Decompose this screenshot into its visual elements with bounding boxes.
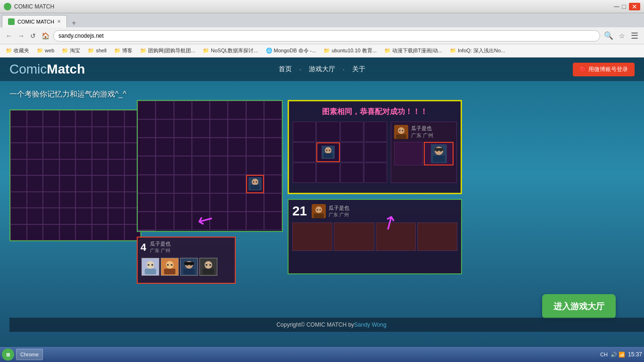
grid-cell[interactable] [264,175,282,193]
grid-cell[interactable] [138,119,156,138]
grid-cell[interactable] [138,138,156,156]
mini-cell[interactable] [364,163,387,183]
grid-cell[interactable] [138,193,156,212]
score-cell[interactable] [334,222,374,251]
grid-cell[interactable] [138,212,156,230]
grid-cell[interactable] [108,110,124,127]
grid-cell[interactable] [156,212,173,230]
grid-cell[interactable] [10,224,27,241]
grid-cell[interactable] [92,192,108,208]
bookmark-mongodb[interactable]: 🌐 MongoDB 命令 -... [264,46,318,55]
game-grid-center[interactable] [137,100,283,232]
grid-cell[interactable] [10,208,27,224]
grid-cell[interactable] [27,127,43,143]
grid-cell[interactable] [264,193,282,212]
grid-cell[interactable] [75,159,92,176]
grid-cell[interactable] [75,143,92,159]
weibo-login-btn[interactable]: 🔴 用微博账号登录 [573,63,635,76]
grid-cell[interactable] [92,110,108,127]
grid-cell[interactable] [228,212,246,230]
grid-cell[interactable] [192,212,210,230]
close-btn[interactable]: ✕ [629,3,640,10]
reload-btn[interactable]: ↺ [28,30,38,41]
bookmark-收藏夹[interactable]: 📁 收藏夹 [4,46,31,55]
grid-cell[interactable] [43,159,59,176]
grid-cell[interactable] [174,212,192,230]
grid-cell[interactable] [10,175,27,192]
grid-cell[interactable] [92,224,108,241]
grid-cell[interactable] [174,193,192,212]
score-cell[interactable] [417,222,457,251]
grid-cell[interactable] [228,101,246,119]
mini-cell[interactable] [293,122,316,142]
grid-cell[interactable] [174,101,192,119]
grid-cell[interactable] [192,175,210,193]
grid-cell[interactable] [27,192,43,208]
grid-cell[interactable] [108,208,124,224]
grid-cell[interactable] [228,156,246,174]
maximize-btn[interactable]: □ [622,3,626,10]
bookmark-shell[interactable]: 📁 shell [86,47,108,55]
grid-cell[interactable] [156,101,173,119]
search-btn[interactable]: 🔍 [602,29,615,42]
grid-cell[interactable] [192,138,210,156]
grid-cell[interactable] [43,110,59,127]
grid-cell[interactable] [27,110,43,127]
mini-cell[interactable] [340,163,363,183]
bookmark-tuangou[interactable]: 📁 团购网|团购导航团... [138,46,197,55]
mini-cell[interactable] [364,122,387,142]
grid-cell[interactable] [264,101,282,119]
grid-cell[interactable] [43,175,59,192]
bookmark-nosql[interactable]: 📁 NoSQL数据库探讨... [201,46,260,55]
minimize-btn[interactable]: ─ [614,2,619,11]
grid-cell[interactable] [246,119,264,138]
grid-cell[interactable] [264,156,282,174]
grid-cell[interactable] [75,192,92,208]
grid-cell[interactable] [246,156,264,174]
nav-hall[interactable]: 游戏大厅 [309,65,335,74]
grid-cell[interactable] [192,101,210,119]
grid-cell[interactable] [92,208,108,224]
grid-cell[interactable] [108,143,124,159]
nav-about[interactable]: 关于 [352,65,365,74]
bookmark-ubuntu[interactable]: 📁 ubuntu10.10 教育... [322,46,378,55]
grid-cell[interactable] [210,119,228,138]
grid-cell[interactable] [156,119,173,138]
active-tab[interactable]: COMIC MATCH ✕ [2,15,67,27]
grid-cell[interactable] [92,175,108,192]
grid-cell[interactable] [210,138,228,156]
grid-cell[interactable] [210,212,228,230]
taskbar-browser[interactable]: Chrome [16,349,43,360]
grid-cell[interactable] [108,159,124,176]
mini-cell[interactable] [340,142,363,163]
grid-cell[interactable] [10,143,27,159]
bookmark-blog[interactable]: 📁 博客 [112,46,134,55]
address-input[interactable] [53,30,600,41]
grid-cell[interactable] [59,110,76,127]
tab-close-icon[interactable]: ✕ [57,19,61,24]
mini-cell[interactable] [364,142,387,163]
game-grid-left[interactable] [9,109,141,241]
grid-cell[interactable] [59,159,76,176]
grid-cell[interactable] [246,101,264,119]
settings-btn[interactable]: ☰ [629,29,640,43]
grid-cell[interactable] [59,175,76,192]
grid-cell[interactable] [43,143,59,159]
score-cell[interactable] [292,222,332,251]
grid-cell[interactable] [59,224,76,241]
nav-home[interactable]: 首页 [279,65,292,74]
grid-cell[interactable] [156,175,173,193]
grid-cell[interactable] [10,159,27,176]
bookmark-anime[interactable]: 📁 动漫下载|BT漫画|动... [382,46,444,55]
grid-cell[interactable] [108,127,124,143]
mini-cell[interactable] [293,142,316,163]
grid-cell[interactable] [138,230,156,231]
grid-cell[interactable] [108,192,124,208]
grid-cell[interactable] [27,175,43,192]
star-btn[interactable]: ☆ [617,30,627,41]
grid-cell[interactable] [138,101,156,119]
grid-cell[interactable] [228,119,246,138]
new-tab-btn[interactable]: + [69,19,79,27]
grid-cell[interactable] [264,138,282,156]
score-cell[interactable] [376,222,416,251]
